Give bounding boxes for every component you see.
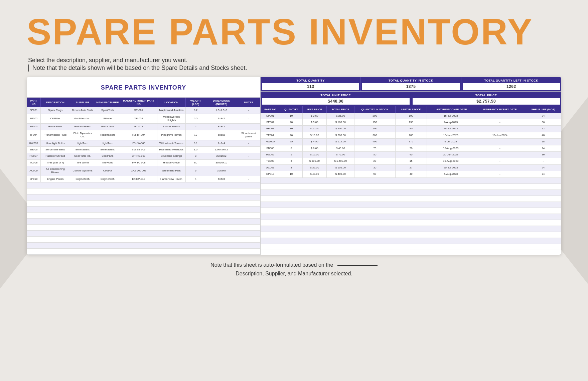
- table-cell: -: [475, 145, 525, 151]
- empty-row: [27, 237, 260, 243]
- table-row: AC009Air Conditioning BlowerCoolAir Syst…: [27, 166, 260, 176]
- table-cell: BM-SB-006: [120, 146, 157, 153]
- empty-row: [27, 201, 260, 207]
- table-cell: 70: [395, 145, 427, 151]
- left-col-header: MANUFACTURER: [95, 98, 120, 107]
- table-cell: -: [237, 114, 260, 124]
- table-cell: 10x8x8: [206, 166, 237, 176]
- table-cell: 280: [395, 132, 427, 138]
- table-cell: Harborview Haven: [157, 176, 186, 182]
- table-cell: HW005: [27, 140, 40, 146]
- summary-row-1: TOTAL QUANTITY 113 TOTAL QUANTITY IN STO…: [261, 77, 561, 92]
- table-cell: 2-Aug-2023: [427, 119, 475, 125]
- table-cell: LT-HW-005: [120, 140, 157, 146]
- table-row: AC0093$ 35.00$ 105.00302725-Jul-2023-24: [261, 164, 561, 171]
- table-cell: -: [237, 146, 260, 153]
- table-row: SP00110$ 2.50$ 25.0020019015-Jul-2023-24: [261, 113, 561, 119]
- right-col-header: TOTAL PRICE: [327, 106, 354, 113]
- empty-row: [261, 183, 561, 189]
- table-cell: Willowbrook Terrace: [157, 140, 186, 146]
- table-cell: SB006: [261, 145, 280, 151]
- subtitle-line2: Note that the details shown will be base…: [28, 65, 561, 72]
- table-cell: $ 15.00: [302, 151, 327, 158]
- empty-row: [27, 243, 260, 249]
- empty-row: [261, 208, 561, 214]
- table-row: SP001Spark PlugsBroom Auto PartsSparkTec…: [27, 107, 260, 114]
- footer-note-line2: Description, Supplier, and Manufacturer …: [236, 271, 352, 276]
- table-cell: $ 112.50: [327, 139, 354, 145]
- table-cell: 6x6x6: [206, 176, 237, 182]
- table-cell: $ 2.50: [302, 113, 327, 119]
- table-cell: 200: [354, 113, 396, 119]
- empty-row: [27, 213, 260, 219]
- table-cell: CoolAir Systems: [70, 166, 95, 176]
- table-cell: EngineTech: [95, 176, 120, 182]
- table-cell: -: [237, 124, 260, 130]
- table-cell: 10: [280, 113, 302, 119]
- table-cell: 28-Jul-2023: [427, 126, 475, 132]
- table-cell: $ 300.00: [302, 158, 327, 164]
- left-col-header: DIMENSIONS (inches): [206, 98, 237, 107]
- table-cell: Tire World: [70, 159, 95, 166]
- table-cell: 36: [525, 151, 561, 158]
- left-col-header: WEIGHT (lbs): [185, 98, 206, 107]
- table-cell: -: [237, 140, 260, 146]
- left-col-header: LOCATION: [157, 98, 186, 107]
- subtitle-block: Select the description, supplier, and ma…: [27, 57, 561, 72]
- page-title: SPARE PARTS INVENTORY: [27, 13, 561, 50]
- table-cell: Fluid Dynamics Co.: [70, 130, 95, 140]
- empty-row: [261, 202, 561, 208]
- total-quantity-box: TOTAL QUANTITY 113: [261, 77, 361, 91]
- empty-cell: [261, 202, 561, 208]
- table-cell: Spark Plugs: [40, 107, 70, 114]
- footer-note: Note that this sheet is auto-formulated …: [27, 261, 561, 281]
- empty-row: [261, 220, 561, 226]
- table-cell: 100: [354, 126, 396, 132]
- summary-row-2: TOTAL UNIT PRICE $440.00 TOTAL PRICE $2,…: [261, 92, 561, 106]
- empty-cell: [27, 219, 260, 225]
- table-row: EP010Engine PistonEngineTechEngineTechET…: [27, 176, 260, 182]
- table-cell: Headlight Bulbs: [40, 140, 70, 146]
- left-table-title: SPARE PARTS INVENTORY: [101, 84, 186, 91]
- table-cell: BP003: [261, 126, 280, 132]
- table-cell: $ 40.00: [302, 171, 327, 177]
- table-cell: $ 25.00: [327, 113, 354, 119]
- empty-cell: [27, 182, 260, 188]
- table-cell: 25-Jul-2023: [427, 164, 475, 171]
- table-cell: 20: [354, 158, 396, 164]
- table-cell: 0.1: [185, 140, 206, 146]
- table-cell: Hillside Grove: [157, 159, 186, 166]
- left-col-header: NOTES: [237, 98, 260, 107]
- table-cell: FM-TF-004: [120, 130, 157, 140]
- right-col-header: QUANTITY: [280, 106, 302, 113]
- empty-row: [27, 182, 260, 188]
- table-row: RS007Radiator ShroudCoolParts Inc.CoolPa…: [27, 153, 260, 159]
- table-cell: 190: [395, 113, 427, 119]
- table-cell: BrakeTech: [95, 124, 120, 130]
- table-cell: -: [237, 107, 260, 114]
- empty-row: [27, 249, 260, 255]
- empty-cell: [261, 232, 561, 238]
- table-cell: $ 40.00: [327, 145, 354, 151]
- right-col-header: LAST RESTOCKED DATE: [427, 106, 475, 113]
- table-cell: CAS-AC-009: [120, 166, 157, 176]
- table-cell: Store in cool place: [237, 130, 260, 140]
- table-cell: 3: [185, 153, 206, 159]
- table-cell: TF004: [27, 130, 40, 140]
- table-cell: 10-Jun-2023: [427, 132, 475, 138]
- table-cell: $ 4.50: [302, 139, 327, 145]
- table-cell: 40: [395, 171, 427, 177]
- table-cell: $ 35.00: [302, 164, 327, 171]
- table-cell: BeltMasters: [95, 146, 120, 153]
- right-section: TOTAL QUANTITY 113 TOTAL QUANTITY IN STO…: [261, 77, 561, 255]
- table-cell: 12: [525, 126, 561, 132]
- table-cell: BP003: [27, 124, 40, 130]
- left-table-header-row: PART NODESCRIPTIONSUPPLIERMANUFACTURERMA…: [27, 98, 260, 107]
- total-quantity-value: 113: [262, 83, 359, 90]
- empty-row: [27, 207, 260, 213]
- table-cell: -: [525, 158, 561, 164]
- total-price-box: TOTAL PRICE $2,757.50: [411, 92, 562, 106]
- table-cell: $ 20.00: [302, 126, 327, 132]
- table-cell: 10: [280, 171, 302, 177]
- table-row: BP003Brake PadsBrakeMastersBrakeTechBT-0…: [27, 124, 260, 130]
